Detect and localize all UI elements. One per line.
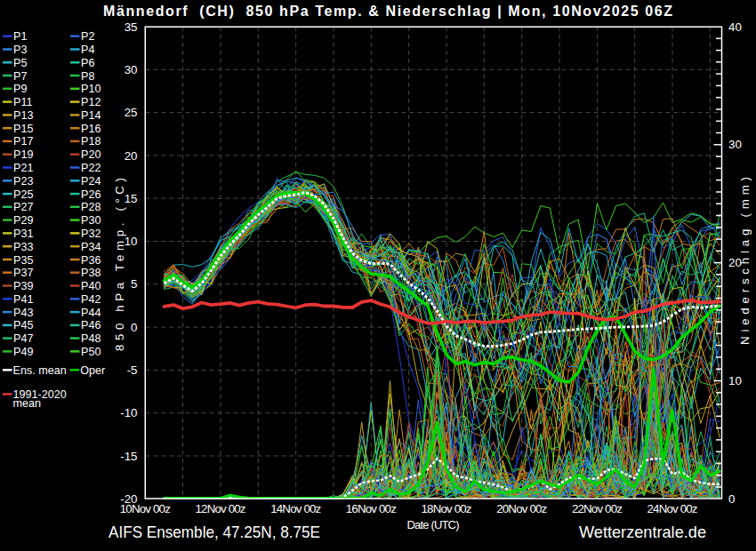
svg-text:P13: P13 — [13, 109, 33, 122]
svg-text:14Nov 00z: 14Nov 00z — [270, 502, 321, 515]
svg-text:P33: P33 — [13, 241, 33, 253]
svg-text:P1: P1 — [13, 30, 27, 43]
svg-text:5: 5 — [131, 277, 137, 291]
svg-text:P30: P30 — [81, 214, 101, 227]
svg-text:P39: P39 — [13, 280, 33, 292]
svg-text:P29: P29 — [13, 214, 33, 227]
svg-text:P19: P19 — [13, 148, 33, 161]
svg-text:AIFS Ensemble, 47.25N, 8.75E: AIFS Ensemble, 47.25N, 8.75E — [109, 523, 320, 541]
svg-text:Oper: Oper — [80, 364, 105, 377]
svg-text:mean: mean — [13, 397, 42, 410]
svg-text:P14: P14 — [81, 109, 101, 122]
svg-text:P42: P42 — [81, 293, 101, 306]
svg-text:30: 30 — [728, 138, 742, 151]
svg-text:16Nov 00z: 16Nov 00z — [346, 502, 397, 515]
svg-text:20: 20 — [125, 149, 138, 163]
svg-text:Niederschlag (mm): Niederschlag (mm) — [738, 177, 752, 345]
svg-text:-10: -10 — [120, 406, 137, 419]
svg-text:P35: P35 — [13, 254, 33, 267]
svg-text:P5: P5 — [13, 57, 27, 69]
svg-text:P23: P23 — [13, 175, 33, 188]
svg-text:22Nov 00z: 22Nov 00z — [572, 502, 623, 515]
svg-text:P34: P34 — [81, 241, 101, 253]
svg-text:P20: P20 — [81, 148, 101, 161]
svg-text:P24: P24 — [81, 175, 101, 188]
svg-text:P22: P22 — [81, 162, 101, 174]
svg-text:P49: P49 — [13, 346, 33, 358]
svg-text:20Nov 00z: 20Nov 00z — [496, 502, 547, 515]
svg-text:P40: P40 — [81, 280, 101, 292]
svg-text:P43: P43 — [13, 307, 33, 319]
svg-text:10: 10 — [728, 374, 742, 387]
svg-text:40: 40 — [728, 20, 742, 34]
svg-text:P25: P25 — [13, 188, 33, 201]
svg-text:P38: P38 — [81, 267, 101, 279]
svg-text:P12: P12 — [81, 96, 101, 108]
svg-text:P21: P21 — [13, 162, 33, 174]
svg-text:Ens. mean: Ens. mean — [13, 364, 67, 377]
svg-text:P45: P45 — [13, 319, 33, 331]
svg-text:35: 35 — [125, 20, 138, 34]
svg-text:P11: P11 — [13, 96, 32, 108]
svg-text:P7: P7 — [13, 70, 27, 83]
svg-text:P46: P46 — [81, 319, 101, 331]
svg-text:P3: P3 — [13, 44, 27, 56]
svg-text:Date (UTC): Date (UTC) — [407, 518, 460, 531]
svg-text:P9: P9 — [13, 83, 27, 95]
svg-text:-5: -5 — [127, 363, 138, 377]
svg-text:30: 30 — [125, 63, 138, 76]
svg-text:P8: P8 — [81, 70, 94, 83]
svg-text:P41: P41 — [13, 293, 33, 306]
svg-text:P32: P32 — [81, 228, 101, 240]
svg-text:0: 0 — [131, 321, 137, 334]
svg-text:P2: P2 — [81, 30, 94, 43]
svg-text:Männedorf (CH) 850 hPa Temp.: Männedorf (CH) 850 hPa Temp. & Niedersch… — [103, 4, 672, 19]
svg-text:P31: P31 — [13, 228, 33, 240]
svg-text:10Nov 00z: 10Nov 00z — [120, 502, 171, 515]
svg-text:P4: P4 — [81, 44, 94, 56]
svg-text:P37: P37 — [13, 267, 33, 279]
svg-text:P15: P15 — [13, 123, 33, 135]
svg-text:P17: P17 — [13, 135, 33, 148]
svg-text:P50: P50 — [81, 346, 101, 358]
svg-text:18Nov 00z: 18Nov 00z — [422, 502, 472, 515]
svg-text:P36: P36 — [81, 254, 101, 267]
svg-text:-15: -15 — [120, 450, 137, 463]
svg-text:P27: P27 — [13, 201, 33, 213]
svg-text:P26: P26 — [81, 188, 101, 201]
svg-text:25: 25 — [125, 106, 138, 119]
svg-text:12Nov 00z: 12Nov 00z — [196, 502, 246, 515]
svg-text:P44: P44 — [81, 307, 101, 319]
svg-text:P6: P6 — [81, 57, 94, 69]
svg-text:P48: P48 — [81, 332, 101, 345]
svg-text:P10: P10 — [81, 83, 101, 95]
svg-text:P16: P16 — [81, 123, 101, 135]
svg-text:P47: P47 — [13, 332, 33, 345]
svg-text:0: 0 — [728, 492, 735, 506]
svg-text:P18: P18 — [81, 135, 101, 148]
svg-text:Wetterzentrale.de: Wetterzentrale.de — [579, 523, 706, 541]
svg-text:P28: P28 — [81, 201, 101, 213]
svg-text:24Nov 00z: 24Nov 00z — [647, 502, 698, 515]
